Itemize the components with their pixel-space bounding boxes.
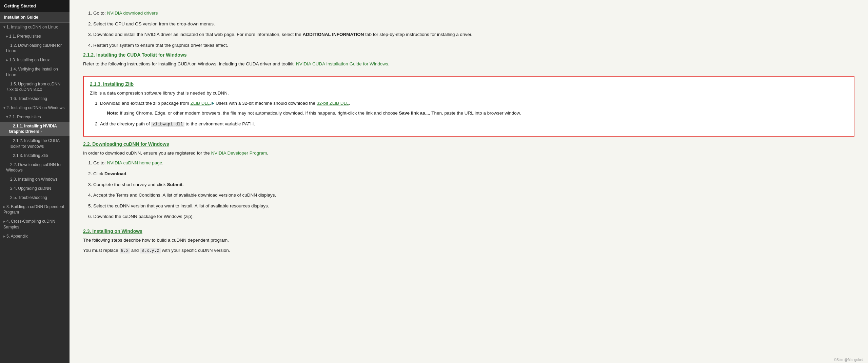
sidebar-item-label: 2.2. Downloading cuDNN for Windows [6,162,62,173]
list-item-2: Add the directory path of zlibwapi.dll t… [100,120,848,128]
intro-list: Go to: NVIDIA download drivers Select th… [93,9,854,49]
sidebar-item-label: 2.4. Upgrading cuDNN [10,186,51,191]
list-item: Download and install the NVIDIA driver a… [93,31,854,38]
sidebar-subtitle: Installation Guide [0,12,70,23]
watermark: ©Sbln-@Mangolosi [834,358,863,362]
list-item-1: Download and extract the zlib package fr… [100,100,848,117]
list-item: Select the GPU and OS version from the d… [93,20,854,28]
section-22: 2.2. Downloading cuDNN for Windows In or… [83,141,854,220]
sidebar-item-label: 1.5. Upgrading from cuDNN 7.xx to cuDNN … [6,82,60,92]
sidebar: Getting Started Installation Guide ▾1. I… [0,0,70,363]
sidebar-item-label: 1.2. Downloading cuDNN for Linux [6,43,62,54]
sidebar-item-label: 2.1.3. Installing Zlib [13,153,48,158]
sidebar-item-s2-1[interactable]: ▾2.1. Prerequisites [0,113,70,122]
sidebar-item-s2-1-2[interactable]: 2.1.2. Installing the CUDA Toolkit for W… [0,136,70,151]
nav-toggle: ▸ [3,219,5,224]
sidebar-item-s2-2[interactable]: 2.2. Downloading cuDNN for Windows [0,160,70,175]
zlib-32bit-link[interactable]: 32-bit ZLIB DLL [317,101,349,106]
nav-toggle: ▾ [3,25,5,29]
sidebar-item-label: 2.5. Troubleshooting [10,195,47,200]
section-23-text1: The following steps describe how to buil… [83,237,854,244]
main-content: Go to: NVIDIA download drivers Select th… [70,0,868,363]
sidebar-title: Getting Started [0,0,70,12]
section-22-intro: In order to download cuDNN, ensure you a… [83,149,854,157]
sidebar-item-s2-1-3[interactable]: 2.1.3. Installing Zlib [0,151,70,160]
nvidia-dev-program-link[interactable]: NVIDIA Developer Program [211,150,267,156]
sidebar-item-label: 2. Installing cuDNN on Windows [6,105,64,110]
list-item: Select the cuDNN version that you want t… [93,202,854,210]
section-213-intro: Zlib is a data compression software libr… [90,89,848,97]
sidebar-item-label: 1. Installing cuDNN on Linux [6,25,58,29]
nav-toggle: ▸ [6,34,8,39]
active-arrow-icon: › [39,129,42,134]
nav-items-container: ▾1. Installing cuDNN on Linux▸1.1. Prere… [0,23,70,241]
cudnn-home-link[interactable]: NVIDIA cuDNN home page [107,160,162,165]
sidebar-item-s2-5[interactable]: 2.5. Troubleshooting [0,193,70,202]
sidebar-item-s3[interactable]: ▸3. Building a cuDNN Dependent Program [0,202,70,217]
list-item: Complete the short survey and click Subm… [93,181,854,188]
section-212-heading[interactable]: 2.1.2. Installing the CUDA Toolkit for W… [83,52,187,58]
section-23: 2.3. Installing on Windows The following… [83,228,854,254]
sidebar-item-s1-3[interactable]: ▸1.3. Installing on Linux [0,56,70,65]
sidebar-item-label: 2.1.1. Installing NVIDIA Graphic Drivers [9,124,57,134]
sidebar-item-s2-3[interactable]: 2.3. Installing on Windows [0,175,70,184]
list-item: Click Download. [93,170,854,178]
nvidia-download-link[interactable]: NVIDIA download drivers [107,11,158,16]
sidebar-item-label: 2.3. Installing on Windows [10,177,57,182]
note-text: Note: If using Chrome, Edge, or other mo… [107,109,848,117]
sidebar-item-s4[interactable]: ▸4. Cross-Compiling cuDNN Samples [0,217,70,232]
sidebar-item-label: 3. Building a cuDNN Dependent Program [3,204,64,215]
list-item: Download the cuDNN package for Windows (… [93,213,854,220]
section-22-list: Go to: NVIDIA cuDNN home page. Click Dow… [93,159,854,220]
nav-toggle: ▸ [6,58,8,62]
sidebar-item-s1-4[interactable]: 1.4. Verifying the Install on Linux [0,65,70,80]
section-213-list: Download and extract the zlib package fr… [100,100,848,128]
cursor-indicator [212,102,214,105]
sidebar-item-s1[interactable]: ▾1. Installing cuDNN on Linux [0,23,70,32]
sidebar-item-label: 4. Cross-Compiling cuDNN Samples [3,219,55,229]
section-23-text2: You must replace 8.x and 8.x.y.z with yo… [83,247,854,254]
nav-toggle: ▾ [3,105,5,110]
list-item: Restart your system to ensure that the g… [93,42,854,49]
sidebar-item-label: 5. Appendix [6,234,28,239]
code-8x: 8.x [120,248,130,254]
list-item: Go to: NVIDIA cuDNN home page. [93,159,854,167]
sidebar-item-s1-1[interactable]: ▸1.1. Prerequisites [0,32,70,41]
code-8xyz: 8.x.y.z [140,248,161,254]
section-212-text: Refer to the following instructions for … [83,60,854,68]
section-213-box: 2.1.3. Installing Zlib Zlib is a data co… [83,76,854,137]
cuda-guide-link[interactable]: NVIDIA CUDA Installation Guide for Windo… [296,61,388,66]
nav-toggle: ▾ [6,115,8,119]
sidebar-item-label: 1.3. Installing on Linux [9,58,50,62]
sidebar-item-s2[interactable]: ▾2. Installing cuDNN on Windows [0,103,70,113]
sidebar-item-s1-2[interactable]: 1.2. Downloading cuDNN for Linux [0,41,70,56]
sidebar-item-s1-6[interactable]: 1.6. Troubleshooting [0,94,70,103]
sidebar-item-label: 1.4. Verifying the Install on Linux [6,67,58,77]
section-22-heading[interactable]: 2.2. Downloading cuDNN for Windows [83,141,169,147]
sidebar-item-label: 1.6. Troubleshooting [10,96,47,101]
sidebar-item-s2-1-1[interactable]: 2.1.1. Installing NVIDIA Graphic Drivers… [0,122,70,137]
nav-toggle: ▸ [3,234,5,239]
section-213-heading[interactable]: 2.1.3. Installing Zlib [90,81,134,87]
sidebar-item-label: 2.1. Prerequisites [9,115,41,119]
sidebar-item-s5[interactable]: ▸5. Appendix [0,232,70,241]
section-23-heading[interactable]: 2.3. Installing on Windows [83,228,142,234]
sidebar-item-label: 1.1. Prerequisites [9,34,41,39]
list-item: Go to: NVIDIA download drivers [93,9,854,17]
list-item: Accept the Terms and Conditions. A list … [93,191,854,199]
sidebar-item-s1-5[interactable]: 1.5. Upgrading from cuDNN 7.xx to cuDNN … [0,80,70,95]
sidebar-item-s2-4[interactable]: 2.4. Upgrading cuDNN [0,184,70,193]
sidebar-item-label: 2.1.2. Installing the CUDA Toolkit for W… [9,138,59,149]
code-zlibwapi: zlibwapi.dll [151,122,184,127]
nav-toggle: ▸ [3,204,5,209]
section-212: 2.1.2. Installing the CUDA Toolkit for W… [83,52,854,68]
zlib-dll-link[interactable]: ZLIB DLL [190,101,210,106]
